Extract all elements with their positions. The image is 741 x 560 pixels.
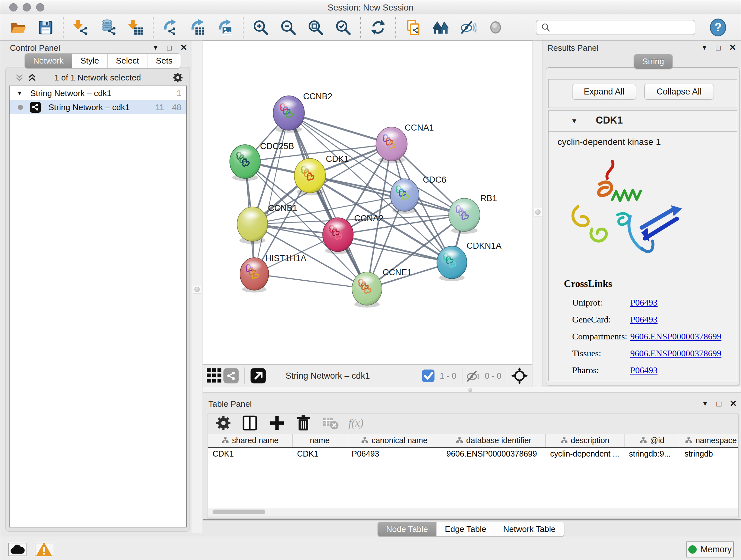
panel-collapse-icon[interactable]: ▼ xyxy=(702,400,708,408)
control-panel-tabs: NetworkStyleSelectSets xyxy=(24,53,181,68)
column-header-namespace[interactable]: namespace xyxy=(680,434,738,447)
tab-node-table[interactable]: Node Table xyxy=(378,522,436,537)
node-result-header[interactable]: ▼ CDK1 xyxy=(549,111,737,132)
help-icon[interactable]: ? xyxy=(709,18,727,37)
left-splitter-handle[interactable] xyxy=(193,285,201,294)
table-cell[interactable]: 9606.ENSP00000378699 xyxy=(442,448,546,460)
delete-table-icon xyxy=(322,414,340,432)
network-selected-status: 1 of 1 Network selected xyxy=(6,73,190,83)
hidden-eye-slash-icon[interactable] xyxy=(465,368,482,384)
panel-float-icon[interactable]: □ xyxy=(717,399,721,408)
gear-icon[interactable] xyxy=(172,71,184,84)
crosslink-link[interactable]: P06493 xyxy=(630,298,658,307)
tab-network[interactable]: Network xyxy=(25,54,72,68)
memory-button[interactable]: Memory xyxy=(686,542,734,557)
table-horizontal-scrollbar[interactable] xyxy=(208,508,738,516)
table-cell[interactable]: CDK1 xyxy=(208,448,293,460)
tab-edge-table[interactable]: Edge Table xyxy=(436,522,495,537)
tree-expand-icon[interactable]: ▼ xyxy=(17,90,23,97)
delete-column-icon[interactable] xyxy=(295,414,313,432)
network-view-canvas[interactable]: CCNB2 CCNA1 CDC25B CDK1 CDC6 xyxy=(203,41,532,365)
network-node-CCNB1[interactable]: CCNB1 xyxy=(237,203,297,244)
grid-icon[interactable] xyxy=(206,368,223,384)
crosslink-link[interactable]: P06493 xyxy=(630,314,658,324)
table-cell[interactable]: stringdb:9... xyxy=(624,448,680,460)
zoom-in-icon[interactable] xyxy=(252,18,270,37)
column-header-canonical-name[interactable]: canonical name xyxy=(347,434,442,447)
right-splitter[interactable] xyxy=(533,41,543,387)
tab-style[interactable]: Style xyxy=(72,54,108,68)
snapshot-icon[interactable] xyxy=(404,18,422,37)
cloud-button[interactable] xyxy=(8,543,26,556)
panel-close-icon[interactable]: ✕ xyxy=(730,398,737,409)
panel-collapse-icon[interactable]: ▼ xyxy=(152,44,158,51)
panel-close-icon[interactable]: ✕ xyxy=(729,43,736,53)
tab-select[interactable]: Select xyxy=(108,54,147,68)
share-gray-icon[interactable] xyxy=(223,368,239,384)
save-icon[interactable] xyxy=(37,18,55,37)
crosshair-icon[interactable] xyxy=(511,368,528,384)
expand-all-button[interactable]: Expand All xyxy=(572,84,636,100)
fx-icon: f(x) xyxy=(348,417,363,429)
tab-string[interactable]: String xyxy=(634,54,672,69)
network-node-RB1[interactable]: RB1 xyxy=(449,193,497,234)
column-header-description[interactable]: description xyxy=(546,434,624,447)
import-table-icon[interactable] xyxy=(127,18,145,37)
import-database-icon[interactable] xyxy=(99,18,117,37)
table-cell[interactable]: P06493 xyxy=(347,448,442,460)
export-table-icon[interactable] xyxy=(189,18,207,37)
tab-sets[interactable]: Sets xyxy=(147,54,181,68)
column-header-at-id[interactable]: @id xyxy=(624,434,680,447)
entry-expand-icon[interactable]: ▼ xyxy=(571,117,578,125)
selected-nodes-checkbox-icon[interactable] xyxy=(420,368,436,384)
collapse-all-button[interactable]: Collapse All xyxy=(644,84,714,100)
show-icon[interactable] xyxy=(487,18,504,37)
open-file-icon[interactable] xyxy=(9,18,27,37)
table-gear-icon[interactable] xyxy=(214,414,232,432)
neighbors-icon[interactable] xyxy=(432,18,450,37)
panel-float-icon[interactable]: □ xyxy=(167,43,172,52)
table-row[interactable]: CDK1CDK1P064939606.ENSP00000378699cyclin… xyxy=(208,448,738,460)
refresh-icon[interactable] xyxy=(369,18,387,37)
panel-close-icon[interactable]: ✕ xyxy=(180,43,187,53)
add-column-icon[interactable] xyxy=(268,414,286,432)
columns-icon[interactable] xyxy=(241,414,259,432)
horizontal-splitter[interactable] xyxy=(203,387,741,393)
table-cell[interactable]: CDK1 xyxy=(293,448,347,460)
table-cell[interactable]: stringdb xyxy=(680,448,738,460)
zoom-selected-icon[interactable] xyxy=(334,18,352,37)
network-node-CCNE1[interactable]: CCNE1 xyxy=(352,267,412,307)
crosslink-link[interactable]: 9606.ENSP00000378699 xyxy=(630,348,721,358)
horizontal-splitter-handle[interactable] xyxy=(468,388,472,392)
network-node-CDK1[interactable]: CDK1 xyxy=(294,154,349,195)
scrollbar-thumb[interactable] xyxy=(212,509,265,514)
zoom-fit-icon[interactable] xyxy=(307,18,325,37)
export-network-icon[interactable] xyxy=(162,18,180,37)
hide-icon[interactable] xyxy=(459,18,477,37)
crosslink-link[interactable]: 9606.ENSP00000378699 xyxy=(630,331,721,341)
crosslink-link[interactable]: P06493 xyxy=(630,365,658,375)
column-header-shared-name[interactable]: shared name xyxy=(208,434,293,447)
tab-network-table[interactable]: Network Table xyxy=(495,522,564,537)
left-splitter[interactable] xyxy=(192,41,202,533)
panel-float-icon[interactable]: □ xyxy=(716,43,721,52)
network-tree-row-selected[interactable]: String Network – cdk1 11 48 xyxy=(10,100,186,114)
open-in-new-icon[interactable] xyxy=(250,368,266,384)
network-node-HIST1H1A[interactable]: HIST1H1A xyxy=(240,253,307,293)
column-header-database-identifier[interactable]: database identifier xyxy=(442,434,546,447)
warnings-button[interactable] xyxy=(35,543,53,556)
node-table[interactable]: shared namenamecanonical namedatabase id… xyxy=(208,434,738,508)
panel-collapse-icon[interactable]: ▼ xyxy=(701,44,708,51)
network-node-CCNB2[interactable]: CCNB2 xyxy=(273,91,333,133)
column-header-name[interactable]: name xyxy=(293,434,347,447)
import-network-icon[interactable] xyxy=(72,18,90,37)
right-splitter-handle[interactable] xyxy=(534,208,542,216)
search-field[interactable] xyxy=(551,23,685,32)
table-cell[interactable]: cyclin-dependent ... xyxy=(546,448,624,460)
table-header-row[interactable]: shared namenamecanonical namedatabase id… xyxy=(208,434,738,448)
zoom-out-icon[interactable] xyxy=(279,18,297,37)
network-tree-root-row[interactable]: ▼ String Network – cdk1 1 xyxy=(10,86,186,100)
export-image-icon[interactable] xyxy=(217,18,234,37)
network-node-CDKN1A[interactable]: CDKN1A xyxy=(437,241,502,281)
search-input[interactable] xyxy=(536,20,695,35)
